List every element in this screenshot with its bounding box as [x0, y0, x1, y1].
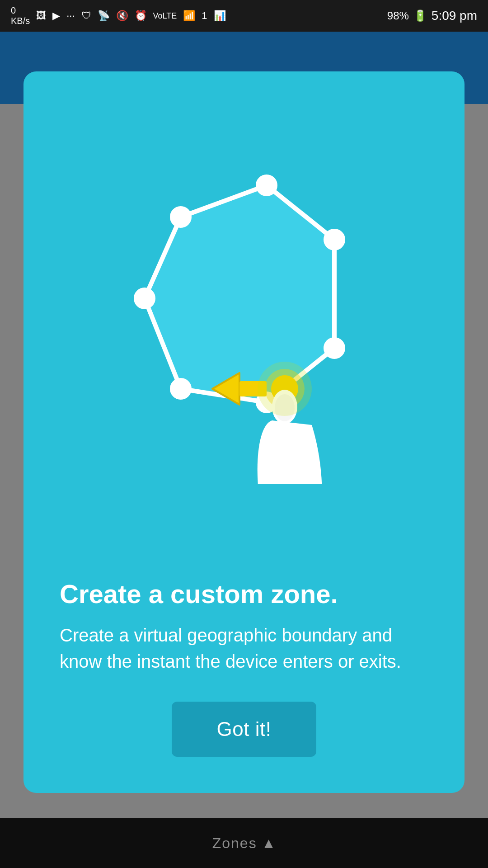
shield-icon: 🛡: [81, 10, 91, 22]
status-bar-right: 98% 🔋 5:09 pm: [387, 9, 477, 23]
battery-percent: 98%: [387, 9, 409, 22]
dialog-illustration: [23, 71, 465, 570]
svg-point-1: [257, 175, 277, 195]
alarm-icon: ⏰: [135, 10, 147, 22]
custom-zone-dialog: Create a custom zone. Create a virtual g…: [23, 71, 465, 793]
lte-icon: VoLTE: [153, 11, 177, 21]
status-bar: 0KB/s 🖼 ▶ ··· 🛡 📡 🔇 ⏰ VoLTE 📶 1 📊 98% 🔋 …: [0, 0, 488, 32]
got-it-button[interactable]: Got it!: [172, 702, 317, 757]
hexagon-illustration: [90, 158, 398, 484]
data-speed: 0KB/s: [11, 5, 30, 26]
mute-icon: 🔇: [116, 10, 128, 22]
status-time: 5:09 pm: [432, 9, 477, 23]
svg-point-6: [135, 288, 155, 308]
svg-point-7: [171, 207, 191, 227]
status-bar-left: 0KB/s 🖼 ▶ ··· 🛡 📡 🔇 ⏰ VoLTE 📶 1 📊: [11, 5, 226, 26]
dialog-text-area: Create a custom zone. Create a virtual g…: [23, 570, 465, 702]
svg-point-14: [258, 362, 312, 416]
battery-icon: 🔋: [413, 9, 427, 22]
svg-point-5: [171, 379, 191, 399]
image-icon: 🖼: [36, 10, 46, 22]
wifi-icon: 📶: [183, 10, 195, 22]
sim-icon: 1: [202, 10, 207, 22]
youtube-icon: ▶: [52, 10, 60, 22]
signal-icon: 📊: [214, 10, 226, 22]
svg-point-2: [324, 230, 344, 250]
cast-icon: 📡: [98, 10, 110, 22]
dialog-title: Create a custom zone.: [60, 579, 428, 609]
svg-point-3: [324, 338, 344, 358]
dialog-description: Create a virtual geographic boundary and…: [60, 622, 428, 675]
more-icon: ···: [66, 10, 75, 22]
